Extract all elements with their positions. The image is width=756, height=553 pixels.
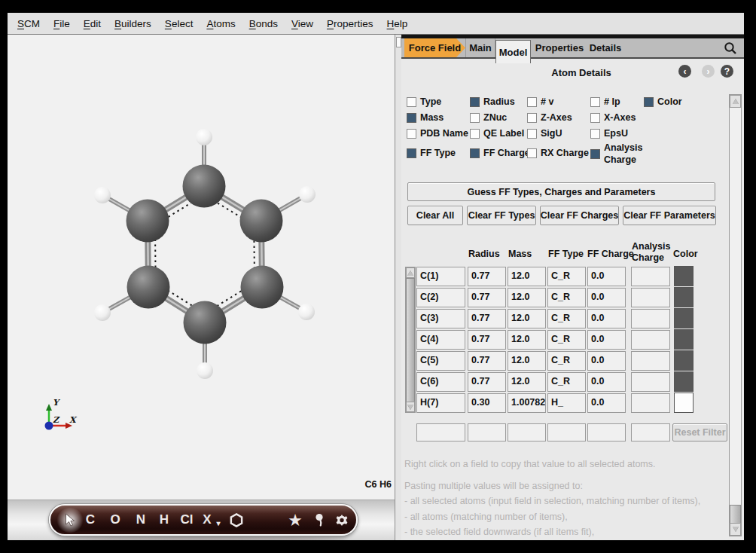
cell-ff-type[interactable]: H_ xyxy=(547,393,586,413)
filter-ff-type-input[interactable] xyxy=(547,423,586,441)
carbon-atom[interactable] xyxy=(184,301,227,344)
cell-name[interactable]: C(6) xyxy=(416,372,465,392)
atom-color-swatch[interactable] xyxy=(674,287,694,307)
cell-name[interactable]: C(1) xyxy=(416,267,465,286)
cell-radius[interactable]: 0.77 xyxy=(468,288,506,307)
cell-name[interactable]: H(7) xyxy=(416,393,465,413)
menu-view[interactable]: View xyxy=(285,18,320,29)
hydrogen-atom[interactable] xyxy=(197,362,213,379)
checkbox-ff-type[interactable]: FF Type xyxy=(407,148,456,158)
forward-button[interactable]: › xyxy=(702,65,715,78)
cell-name[interactable]: C(2) xyxy=(416,288,465,307)
tab-force-field[interactable]: Force Field xyxy=(404,38,465,57)
cell-analysis-charge[interactable] xyxy=(631,267,670,286)
menu-select[interactable]: Select xyxy=(158,18,200,29)
cell-analysis-charge[interactable] xyxy=(631,372,670,392)
checkbox-color[interactable]: Color xyxy=(644,96,682,107)
cell-radius[interactable]: 0.77 xyxy=(468,351,506,371)
checkbox-rx-charge[interactable]: RX Charge xyxy=(527,148,589,158)
carbon-atom[interactable] xyxy=(241,266,284,309)
ring-tool-icon[interactable] xyxy=(230,506,244,534)
checkbox-sigu[interactable]: SigU xyxy=(527,128,562,139)
checkbox-analysis-charge[interactable]: Analysis Charge xyxy=(590,142,651,166)
element-dropdown-caret-icon[interactable]: ▾ xyxy=(216,506,220,534)
tab-main[interactable]: Main xyxy=(465,38,495,57)
filter-mass-input[interactable] xyxy=(508,423,546,441)
checkbox-pdb-name[interactable]: PDB Name xyxy=(407,128,468,139)
element-carbon-button[interactable]: C xyxy=(86,506,95,534)
atom-color-swatch[interactable] xyxy=(674,350,694,371)
clear-ff-types-button[interactable]: Clear FF Types xyxy=(467,206,536,225)
panel-scrollbar[interactable] xyxy=(729,94,742,536)
cell-radius[interactable]: 0.30 xyxy=(468,393,506,413)
cell-ff-charge[interactable]: 0.0 xyxy=(587,393,626,413)
carbon-atom[interactable] xyxy=(183,165,226,208)
back-button[interactable]: ‹ xyxy=(678,65,691,78)
carbon-atom[interactable] xyxy=(127,266,170,309)
cell-mass[interactable]: 12.0 xyxy=(508,309,546,328)
checkbox-mass[interactable]: Mass xyxy=(407,112,444,123)
cell-ff-type[interactable]: C_R xyxy=(547,288,586,307)
element-oxygen-button[interactable]: O xyxy=(110,506,120,534)
clear-ff-parameters-button[interactable]: Clear FF Parameters xyxy=(623,206,716,225)
cell-analysis-charge[interactable] xyxy=(631,393,670,413)
filter-name-input[interactable] xyxy=(416,423,465,441)
tab-model[interactable]: Model xyxy=(495,40,531,63)
menu-builders[interactable]: Builders xyxy=(108,18,158,29)
element-hydrogen-button[interactable]: H xyxy=(160,506,169,534)
molecule-viewport[interactable]: Y X Z C6 H6 C O N H Cl X ▾ xyxy=(8,35,395,540)
tab-details[interactable]: Details xyxy=(587,38,623,57)
hydrogen-atom[interactable] xyxy=(298,304,315,320)
checkbox-type[interactable]: Type xyxy=(407,96,441,107)
menu-file[interactable]: File xyxy=(47,18,77,29)
table-scroll-up-icon[interactable] xyxy=(406,267,415,278)
hydrogen-atom[interactable] xyxy=(196,129,212,145)
checkbox-num-lp[interactable]: # lp xyxy=(590,96,620,107)
pointer-tool-icon[interactable] xyxy=(64,506,75,534)
pin-tool-icon[interactable] xyxy=(314,506,325,534)
cell-radius[interactable]: 0.77 xyxy=(468,372,506,392)
clear-all-button[interactable]: Clear All xyxy=(407,206,463,225)
cell-ff-type[interactable]: C_R xyxy=(547,351,586,371)
cell-mass[interactable]: 12.0 xyxy=(508,372,546,392)
menu-edit[interactable]: Edit xyxy=(77,18,108,29)
menu-bonds[interactable]: Bonds xyxy=(242,18,285,29)
menu-atoms[interactable]: Atoms xyxy=(200,18,242,29)
checkbox-ff-charge[interactable]: FF Charge xyxy=(470,148,530,158)
tab-properties[interactable]: Properties xyxy=(535,38,584,57)
atom-color-swatch[interactable] xyxy=(674,393,694,413)
atom-color-swatch[interactable] xyxy=(674,308,694,328)
carbon-atom[interactable] xyxy=(240,200,283,243)
cell-radius[interactable]: 0.77 xyxy=(468,267,506,286)
hydrogen-atom[interactable] xyxy=(94,304,111,321)
clear-ff-charges-button[interactable]: Clear FF Charges xyxy=(540,206,619,225)
pane-splitter[interactable] xyxy=(395,35,401,540)
search-icon[interactable] xyxy=(724,41,737,55)
reset-filter-button[interactable]: Reset Filter xyxy=(672,423,727,441)
checkbox-znuc[interactable]: ZNuc xyxy=(470,112,507,123)
table-scrollbar[interactable] xyxy=(405,267,416,413)
cell-analysis-charge[interactable] xyxy=(631,288,670,307)
cell-name[interactable]: C(3) xyxy=(416,309,465,328)
carbon-atom[interactable] xyxy=(127,200,169,243)
hydrogen-atom[interactable] xyxy=(94,187,111,203)
atom-color-swatch[interactable] xyxy=(674,329,694,350)
cell-ff-type[interactable]: C_R xyxy=(547,330,586,350)
cell-ff-type[interactable]: C_R xyxy=(547,267,586,286)
checkbox-epsu[interactable]: EpsU xyxy=(590,128,628,139)
cell-analysis-charge[interactable] xyxy=(631,330,670,350)
checkbox-x-axes[interactable]: X-Axes xyxy=(590,112,636,123)
table-scroll-thumb[interactable] xyxy=(406,278,415,402)
element-x-button[interactable]: X xyxy=(203,506,211,534)
cell-name[interactable]: C(5) xyxy=(416,351,465,371)
panel-scroll-thumb[interactable] xyxy=(730,505,741,524)
cell-analysis-charge[interactable] xyxy=(631,351,670,371)
cell-ff-charge[interactable]: 0.0 xyxy=(587,288,626,307)
filter-analysis-input[interactable] xyxy=(631,423,670,441)
cell-radius[interactable]: 0.77 xyxy=(468,309,506,328)
cell-analysis-charge[interactable] xyxy=(631,309,670,328)
splitter-handle[interactable] xyxy=(396,37,401,47)
filter-ff-charge-input[interactable] xyxy=(587,423,626,441)
cell-radius[interactable]: 0.77 xyxy=(468,330,506,350)
checkbox-num-v[interactable]: # v xyxy=(527,96,553,107)
